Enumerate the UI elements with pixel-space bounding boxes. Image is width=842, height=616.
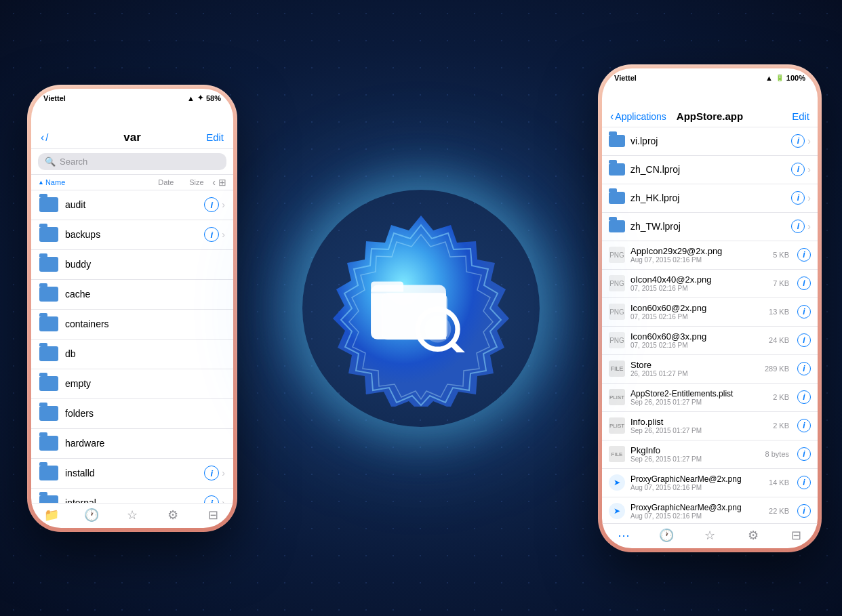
right-file-zhtw[interactable]: zh_TW.lproj i › bbox=[602, 213, 818, 241]
info-btn-icon60-2x[interactable]: i bbox=[797, 305, 811, 319]
info-btn-store[interactable]: i bbox=[797, 362, 811, 375]
chevron-zhcn: › bbox=[807, 164, 811, 175]
info-btn-infoplist[interactable]: i bbox=[797, 419, 811, 432]
info-btn-pkginfo[interactable]: i bbox=[797, 447, 811, 461]
left-file-audit[interactable]: audit i › bbox=[31, 190, 233, 220]
more-tab-icon: ⊟ bbox=[208, 508, 218, 522]
recent-tab-icon: 🕐 bbox=[84, 508, 99, 522]
left-back-button[interactable]: ‹ / bbox=[41, 131, 75, 144]
svg-point-3 bbox=[424, 316, 451, 342]
right-phone: Viettel ▲ 🔋 100% ‹ Applications AppStore… bbox=[598, 64, 822, 552]
info-btn-zhcn[interactable]: i bbox=[791, 163, 805, 176]
right-tab-settings[interactable]: ⚙ bbox=[731, 528, 775, 543]
right-nav-title: AppStore.app bbox=[671, 110, 748, 122]
right-wifi-icon: ▲ bbox=[765, 74, 773, 82]
right-status-bar: Viettel ▲ 🔋 100% bbox=[602, 71, 818, 85]
right-file-zhcn[interactable]: zh_CN.lproj i › bbox=[602, 156, 818, 184]
right-file-icon60-2x[interactable]: PNG Icon60x60@2x.png 07, 2015 02:16 PM 1… bbox=[602, 298, 818, 327]
right-back-button[interactable]: ‹ Applications bbox=[610, 110, 671, 123]
left-file-internal[interactable]: internal i › bbox=[31, 489, 233, 503]
favorites-tab-icon: ☆ bbox=[127, 508, 138, 522]
info-btn-audit[interactable]: i bbox=[204, 197, 219, 212]
info-btn-installd[interactable]: i bbox=[204, 466, 219, 480]
right-file-icon40[interactable]: PNG oIcon40x40@2x.png 07, 2015 02:16 PM … bbox=[602, 270, 818, 298]
info-btn-backups[interactable]: i bbox=[204, 227, 219, 242]
left-file-empty[interactable]: empty bbox=[31, 369, 233, 399]
png-icon-icon40: PNG bbox=[609, 275, 625, 291]
left-file-buddy[interactable]: buddy bbox=[31, 250, 233, 280]
search-placeholder: Search bbox=[60, 157, 87, 167]
right-tab-favorites[interactable]: ☆ bbox=[688, 528, 731, 543]
right-file-zhhk[interactable]: zh_HK.lproj i › bbox=[602, 184, 818, 213]
folder-icon-containers bbox=[39, 316, 58, 331]
left-nav-title: var bbox=[75, 131, 190, 144]
loc-icon-proxy3x: ➤ bbox=[609, 503, 625, 519]
info-btn-entitlements[interactable]: i bbox=[797, 390, 811, 404]
info-btn-icon40[interactable]: i bbox=[797, 276, 811, 290]
chevron-audit: › bbox=[222, 199, 225, 210]
left-file-db[interactable]: db bbox=[31, 340, 233, 369]
left-tab-favorites[interactable]: ☆ bbox=[112, 508, 153, 522]
right-file-icon60-3x[interactable]: PNG Icon60x60@3x.png 07, 2015 02:16 PM 2… bbox=[602, 327, 818, 355]
loc-icon-proxy2x: ➤ bbox=[609, 474, 625, 491]
right-file-vilproj[interactable]: vi.lproj i › bbox=[602, 127, 818, 156]
right-tab-more[interactable]: ⊟ bbox=[774, 528, 818, 543]
left-file-folders[interactable]: folders bbox=[31, 399, 233, 429]
left-edit-button[interactable]: Edit bbox=[190, 131, 224, 143]
right-file-pkginfo[interactable]: FILE PkgInfo Sep 26, 2015 01:27 PM 8 byt… bbox=[602, 440, 818, 469]
col-name[interactable]: ▲ Name bbox=[38, 178, 147, 186]
png-icon-appicon29: PNG bbox=[609, 247, 625, 263]
plist-icon-entitlements: PLIST bbox=[609, 389, 625, 405]
right-file-store[interactable]: FILE Store 26, 2015 01:27 PM 289 KB i bbox=[602, 355, 818, 384]
info-btn-vilproj[interactable]: i bbox=[791, 134, 805, 148]
right-edit-button[interactable]: Edit bbox=[748, 110, 809, 122]
left-tab-files[interactable]: 📁 bbox=[31, 508, 72, 522]
left-chevron-icon: ‹ bbox=[41, 131, 44, 144]
left-file-hardware[interactable]: hardware bbox=[31, 429, 233, 459]
left-tab-recent[interactable]: 🕐 bbox=[72, 508, 113, 522]
chevron-vilproj: › bbox=[807, 136, 811, 146]
right-file-proxy2x[interactable]: ➤ ProxyGraphicNearMe@2x.png Aug 07, 2015… bbox=[602, 469, 818, 497]
left-file-list: audit i › backups i › buddy bbox=[31, 190, 233, 503]
folder-icon-hardware bbox=[39, 436, 58, 451]
svg-line-4 bbox=[453, 344, 465, 352]
files-tab-icon: 📁 bbox=[44, 508, 59, 522]
chevron-zhtw: › bbox=[807, 221, 811, 232]
left-file-backups[interactable]: backups i › bbox=[31, 220, 233, 250]
right-file-infoplist[interactable]: PLIST Info.plist Sep 26, 2015 01:27 PM 2… bbox=[602, 412, 818, 440]
left-tab-bar: 📁 🕐 ☆ ⚙ ⊟ bbox=[31, 503, 233, 528]
info-btn-icon60-3x[interactable]: i bbox=[797, 333, 811, 347]
center-badge bbox=[323, 210, 519, 407]
left-file-cache[interactable]: cache bbox=[31, 280, 233, 310]
folder-icon-zhcn bbox=[609, 163, 625, 176]
left-tab-settings[interactable]: ⚙ bbox=[153, 508, 193, 522]
right-file-appicon29[interactable]: PNG AppIcon29x29@2x.png Aug 07, 2015 02:… bbox=[602, 241, 818, 270]
right-tab-recent[interactable]: 🕐 bbox=[645, 528, 689, 543]
info-btn-proxy2x[interactable]: i bbox=[797, 476, 811, 489]
left-search-bar[interactable]: 🔍 Search bbox=[31, 149, 233, 175]
info-btn-zhtw[interactable]: i bbox=[791, 220, 805, 233]
info-btn-zhhk[interactable]: i bbox=[791, 191, 805, 205]
left-bluetooth-icon: ✦ bbox=[197, 94, 203, 102]
left-file-installd[interactable]: installd i › bbox=[31, 459, 233, 489]
col-grid-icon[interactable]: ⊞ bbox=[218, 177, 226, 188]
png-icon-icon60-2x: PNG bbox=[609, 304, 625, 320]
right-file-entitlements[interactable]: PLIST AppStore2-Entitlements.plist Sep 2… bbox=[602, 384, 818, 412]
folder-icon-zhhk bbox=[609, 192, 625, 204]
col-prev-icon[interactable]: ‹ bbox=[212, 177, 216, 188]
right-tab-dots[interactable]: ⋯ bbox=[602, 528, 645, 543]
col-date[interactable]: Date bbox=[147, 178, 184, 186]
col-size[interactable]: Size bbox=[184, 178, 208, 186]
info-btn-proxy3x[interactable]: i bbox=[797, 504, 811, 518]
left-tab-more[interactable]: ⊟ bbox=[193, 508, 233, 522]
right-more-icon: ⊟ bbox=[791, 528, 801, 543]
right-file-list: vi.lproj i › zh_CN.lproj i › zh_HK.l bbox=[602, 127, 818, 523]
folder-icon-folders bbox=[39, 406, 58, 421]
right-file-proxy3x[interactable]: ➤ ProxyGraphicNearMe@3x.png Aug 07, 2015… bbox=[602, 497, 818, 523]
folder-icon-vilproj bbox=[609, 135, 625, 147]
info-btn-internal[interactable]: i bbox=[204, 495, 219, 503]
folder-icon-installd bbox=[39, 466, 58, 480]
info-btn-appicon29[interactable]: i bbox=[797, 248, 811, 262]
left-file-containers[interactable]: containers bbox=[31, 310, 233, 340]
folder-icon-audit bbox=[39, 197, 58, 212]
